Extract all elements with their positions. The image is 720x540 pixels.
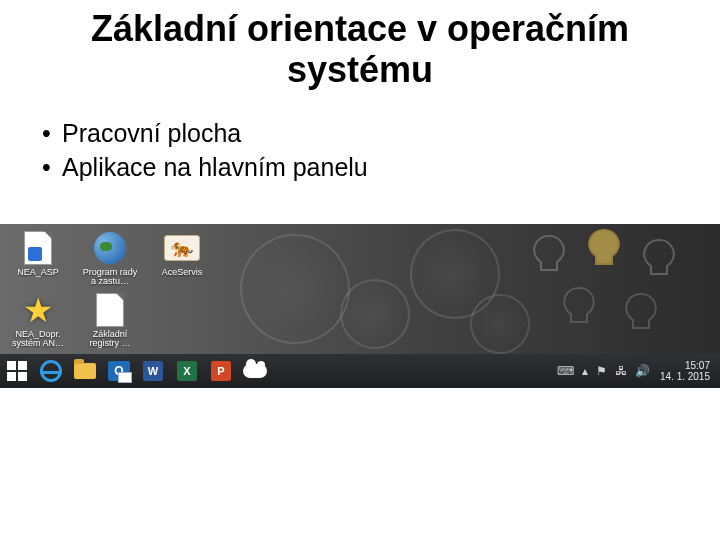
taskbar: O W X P ⌨ ▴ ⚑ 🖧 🔊 15:07 1	[0, 354, 720, 388]
word-icon: W	[143, 361, 163, 381]
desktop-icon-label: NEA_Dopr. systém AN…	[7, 330, 69, 348]
taskbar-outlook[interactable]: O	[102, 354, 136, 388]
desktop-icon-zakladni[interactable]: Základní registry …	[78, 292, 142, 348]
bullet-list: Pracovní plocha Aplikace na hlavním pane…	[0, 91, 720, 185]
windows-icon	[7, 361, 27, 381]
start-button[interactable]	[0, 354, 34, 388]
folder-icon	[74, 363, 96, 379]
star-icon: ★	[19, 292, 57, 328]
keyboard-icon[interactable]: ⌨	[557, 364, 574, 378]
taskbar-powerpoint[interactable]: P	[204, 354, 238, 388]
desktop-icon-aceservis[interactable]: 🐅 AceServis	[150, 230, 214, 286]
onedrive-icon	[243, 364, 267, 378]
chevron-up-icon[interactable]: ▴	[582, 364, 588, 378]
excel-icon: X	[177, 361, 197, 381]
desktop-icon-label: Základní registry …	[79, 330, 141, 348]
bullet-item: Pracovní plocha	[42, 117, 720, 151]
file-icon	[91, 292, 129, 328]
desktop-wallpaper: NEA_ASP Program rady a zastu… 🐅 AceServi…	[0, 224, 720, 354]
outlook-icon: O	[108, 361, 130, 381]
powerpoint-icon: P	[211, 361, 231, 381]
volume-icon[interactable]: 🔊	[635, 364, 650, 378]
taskbar-clock[interactable]: 15:07 14. 1. 2015	[658, 360, 712, 382]
taskbar-explorer[interactable]	[68, 354, 102, 388]
clock-time: 15:07	[660, 360, 710, 371]
bullet-item: Aplikace na hlavním panelu	[42, 151, 720, 185]
desktop-icon-label: NEA_ASP	[17, 268, 59, 277]
taskbar-onedrive[interactable]	[238, 354, 272, 388]
desktop-icon-nea-asp[interactable]: NEA_ASP	[6, 230, 70, 286]
app-icon: 🐅	[163, 230, 201, 266]
desktop-icon-nea-dopr[interactable]: ★ NEA_Dopr. systém AN…	[6, 292, 70, 348]
desktop-icon-program[interactable]: Program rady a zastu…	[78, 230, 142, 286]
desktop-screenshot: NEA_ASP Program rady a zastu… 🐅 AceServi…	[0, 224, 720, 388]
system-tray: ⌨ ▴ ⚑ 🖧 🔊 15:07 14. 1. 2015	[553, 354, 720, 388]
action-center-icon[interactable]: ⚑	[596, 364, 607, 378]
desktop-icon-label: Program rady a zastu…	[79, 268, 141, 286]
slide-title: Základní orientace v operačním systému	[0, 0, 720, 91]
desktop-icon-label: AceServis	[162, 268, 203, 277]
taskbar-ie[interactable]	[34, 354, 68, 388]
file-icon	[19, 230, 57, 266]
taskbar-excel[interactable]: X	[170, 354, 204, 388]
clock-date: 14. 1. 2015	[660, 371, 710, 382]
network-icon[interactable]: 🖧	[615, 364, 627, 378]
taskbar-word[interactable]: W	[136, 354, 170, 388]
globe-icon	[91, 230, 129, 266]
ie-icon	[40, 360, 62, 382]
